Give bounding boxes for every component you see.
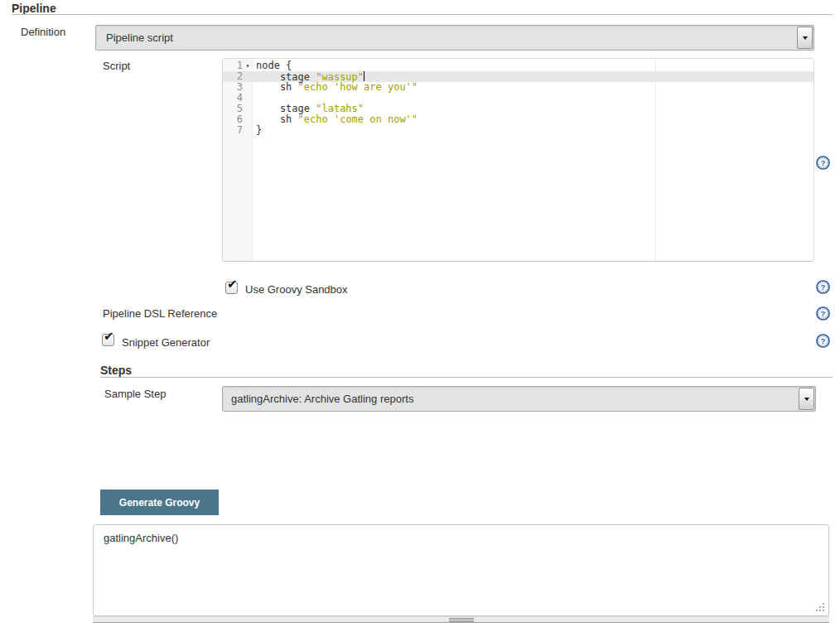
textarea-drag-handle-bar[interactable]	[93, 616, 829, 623]
drag-handle-grip-icon	[449, 618, 474, 622]
definition-select-value: Pipeline script	[106, 26, 173, 50]
generate-groovy-button[interactable]: Generate Groovy	[100, 490, 219, 515]
svg-text:?: ?	[821, 282, 826, 292]
script-label: Script	[103, 60, 130, 72]
sample-step-label: Sample Step	[104, 388, 166, 400]
snippet-generator-label: Snippet Generator	[122, 336, 210, 349]
chevron-down-icon	[804, 398, 809, 401]
groovy-output-textarea[interactable]: gatlingArchive()	[93, 524, 829, 616]
pipeline-section-title: Pipeline	[12, 2, 56, 15]
help-icon[interactable]: ?	[816, 306, 830, 321]
pipeline-section-divider	[12, 14, 833, 15]
svg-text:?: ?	[821, 309, 826, 318]
sample-step-select-arrow-button[interactable]	[799, 388, 814, 410]
sample-step-select[interactable]: gatlingArchive: Archive Gatling reports	[222, 386, 816, 412]
definition-label: Definition	[21, 26, 65, 38]
help-icon[interactable]: ?	[816, 156, 830, 170]
code-line-3[interactable]: 3 sh "echo 'how are you'"	[223, 82, 813, 93]
use-groovy-sandbox-checkbox[interactable]: ✔	[225, 282, 238, 294]
check-icon: ✔	[104, 330, 114, 342]
code-line-7[interactable]: 7}	[223, 125, 813, 136]
snippet-generator-checkbox[interactable]: ✔	[102, 334, 114, 346]
code-line-1[interactable]: 1▾node {	[223, 60, 813, 71]
pipeline-config-page: Pipeline Definition Pipeline script Scri…	[0, 0, 840, 627]
groovy-output-text: gatlingArchive()	[104, 532, 178, 544]
steps-section-divider	[100, 377, 833, 378]
definition-select[interactable]: Pipeline script	[95, 25, 814, 51]
code-line-6[interactable]: 6 sh "echo 'come on now'"	[223, 114, 813, 125]
definition-select-arrow-button[interactable]	[797, 27, 813, 49]
use-groovy-sandbox-label: Use Groovy Sandbox	[245, 283, 348, 296]
check-icon: ✔	[227, 277, 238, 290]
line-number: 7	[223, 125, 253, 136]
chevron-down-icon	[803, 36, 808, 40]
script-editor[interactable]: 1▾node {2 stage "wassup"3 sh "echo 'how …	[222, 58, 814, 262]
text-cursor	[364, 71, 364, 81]
fold-arrow-icon[interactable]: ▾	[243, 60, 253, 71]
pipeline-dsl-reference-label: Pipeline DSL Reference	[103, 307, 217, 320]
svg-text:?: ?	[821, 158, 826, 167]
steps-section-title: Steps	[100, 364, 132, 377]
resize-grip-icon[interactable]	[823, 610, 824, 611]
editor-code-lines: 1▾node {2 stage "wassup"3 sh "echo 'how …	[223, 59, 813, 136]
help-icon[interactable]: ?	[816, 280, 830, 294]
help-icon[interactable]: ?	[816, 334, 830, 348]
sample-step-select-value: gatlingArchive: Archive Gatling reports	[231, 387, 413, 411]
svg-text:?: ?	[821, 336, 826, 345]
